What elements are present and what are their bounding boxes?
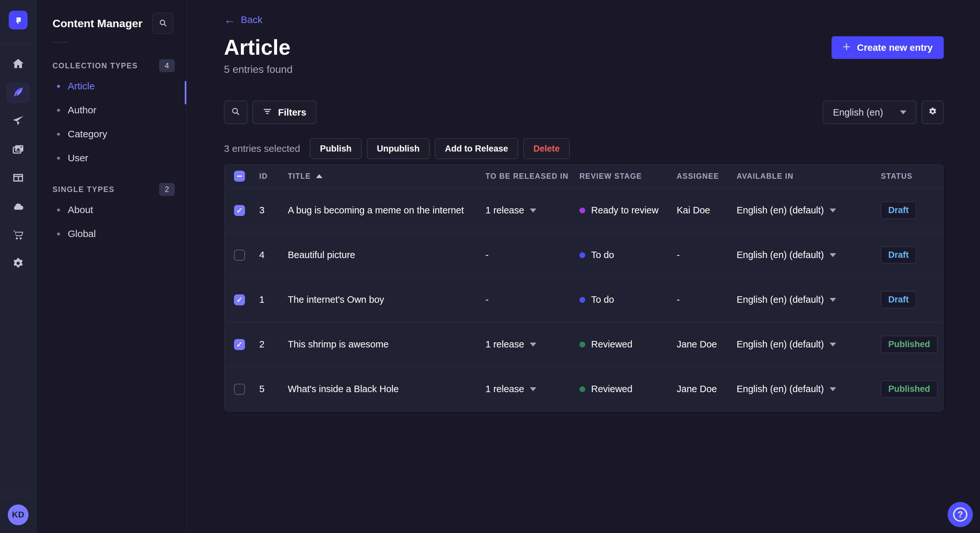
sidebar-item-label: Category — [68, 128, 107, 140]
shopping-cart-icon — [12, 228, 25, 243]
view-settings-button[interactable] — [922, 101, 944, 124]
row-title: The internet's Own boy — [288, 294, 485, 305]
single-types-header: SINGLE TYPES 2 — [37, 181, 186, 198]
row-id: 4 — [259, 250, 288, 260]
search-icon — [159, 19, 167, 29]
create-new-entry-button[interactable]: + Create new entry — [832, 36, 944, 59]
search-icon — [231, 106, 240, 119]
collection-types-section: COLLECTION TYPES 4 Article Author Catego… — [37, 58, 186, 170]
row-checkbox[interactable] — [234, 294, 245, 305]
releases-nav-button[interactable] — [6, 111, 30, 132]
locale-cell-dropdown[interactable]: English (en) (default) — [737, 294, 881, 305]
content-manager-subnav: Content Manager COLLECTION TYPES 4 Artic… — [37, 0, 187, 533]
subnav-search-button[interactable] — [153, 13, 173, 34]
app-window: KD Content Manager COLLECTION TYPES 4 Ar… — [0, 0, 980, 533]
sidebar-item-global[interactable]: Global — [37, 222, 186, 246]
paper-plane-icon — [12, 114, 25, 128]
logo-area — [0, 0, 36, 44]
filters-button[interactable]: Filters — [253, 101, 316, 124]
locale-cell-dropdown[interactable]: English (en) (default) — [737, 339, 881, 350]
bullet-icon — [57, 133, 60, 136]
sidebar-item-article[interactable]: Article — [37, 75, 186, 98]
sidebar-item-user[interactable]: User — [37, 146, 186, 170]
user-avatar[interactable]: KD — [8, 504, 29, 525]
subnav-divider — [52, 42, 68, 43]
sidebar-item-about[interactable]: About — [37, 198, 186, 222]
column-header-review-stage: REVIEW STAGE — [579, 172, 677, 181]
release-value: 1 release — [485, 339, 524, 350]
bulk-actions-bar: 3 entries selected Publish Unpublish Add… — [224, 138, 944, 159]
review-stage-cell: Reviewed — [579, 384, 677, 394]
row-title: This shrimp is awesome — [288, 339, 485, 350]
unpublish-button[interactable]: Unpublish — [367, 138, 430, 159]
row-id: 2 — [259, 339, 288, 350]
create-new-entry-label: Create new entry — [857, 43, 933, 53]
help-button[interactable]: ? — [948, 502, 973, 527]
review-stage-cell: To do — [579, 250, 677, 260]
plus-icon: + — [843, 40, 851, 54]
search-entries-button[interactable] — [224, 101, 247, 124]
delete-button[interactable]: Delete — [523, 138, 570, 159]
stage-value: To do — [591, 250, 614, 260]
settings-nav-button[interactable] — [6, 254, 30, 274]
locale-dropdown[interactable]: English (en) — [823, 101, 916, 124]
table-row[interactable]: 4 Beautiful picture - To do - English (e… — [224, 233, 943, 277]
add-to-release-button[interactable]: Add to Release — [435, 138, 518, 159]
back-link[interactable]: ← Back — [224, 14, 262, 25]
release-dropdown[interactable]: 1 release — [485, 339, 579, 350]
locale-cell-dropdown[interactable]: English (en) (default) — [737, 250, 881, 260]
release-value: 1 release — [485, 384, 524, 394]
chevron-down-icon — [830, 298, 836, 302]
release-dropdown[interactable]: 1 release — [485, 205, 579, 216]
column-header-title[interactable]: TITLE — [288, 172, 485, 181]
row-title: A bug is becoming a meme on the internet — [288, 205, 485, 216]
deploy-nav-button[interactable] — [6, 197, 30, 217]
home-nav-button[interactable] — [6, 54, 30, 75]
content-manager-nav-button[interactable] — [6, 82, 30, 103]
release-dropdown[interactable]: - — [485, 294, 579, 305]
stage-dot-icon — [579, 342, 585, 347]
locale-cell-value: English (en) (default) — [737, 294, 824, 305]
section-label: COLLECTION TYPES — [52, 62, 138, 70]
table-row[interactable]: 1 The internet's Own boy - To do - Engli… — [224, 277, 943, 322]
collection-types-header: COLLECTION TYPES 4 — [37, 58, 186, 74]
main-content: ← Back Article 5 entries found + Create … — [187, 0, 980, 533]
row-title: Beautiful picture — [288, 250, 485, 260]
release-dropdown[interactable]: 1 release — [485, 384, 579, 394]
row-checkbox[interactable] — [234, 250, 245, 261]
select-all-checkbox[interactable] — [234, 171, 245, 182]
marketplace-nav-button[interactable] — [6, 225, 30, 246]
row-checkbox[interactable] — [234, 384, 245, 395]
media-library-nav-button[interactable] — [6, 140, 30, 160]
table-row[interactable]: 5 What's inside a Black Hole 1 release R… — [224, 366, 943, 411]
sidebar-item-category[interactable]: Category — [37, 122, 186, 146]
entries-table: ID TITLE TO BE RELEASED IN REVIEW STAGE … — [224, 164, 944, 412]
content-type-builder-nav-button[interactable] — [6, 168, 30, 189]
locale-cell-dropdown[interactable]: English (en) (default) — [737, 384, 881, 394]
locale-cell-dropdown[interactable]: English (en) (default) — [737, 205, 881, 216]
review-stage-cell: Reviewed — [579, 339, 677, 350]
chevron-down-icon — [900, 110, 907, 114]
row-checkbox[interactable] — [234, 205, 245, 216]
publish-button[interactable]: Publish — [310, 138, 362, 159]
single-types-section: SINGLE TYPES 2 About Global — [37, 181, 186, 246]
layout-card-icon — [12, 171, 25, 186]
column-header-id[interactable]: ID — [259, 172, 288, 181]
column-header-status: STATUS — [881, 172, 943, 181]
sidebar-item-label: Global — [68, 228, 96, 239]
sidebar-item-label: Article — [68, 81, 95, 92]
status-badge: Draft — [881, 246, 916, 263]
release-dropdown[interactable]: - — [485, 250, 579, 260]
gear-icon — [928, 106, 937, 119]
row-checkbox[interactable] — [234, 339, 245, 350]
strapi-logo-icon[interactable] — [9, 11, 27, 30]
home-icon — [12, 57, 25, 71]
sidebar-item-author[interactable]: Author — [37, 98, 186, 122]
table-row[interactable]: 2 This shrimp is awesome 1 release Revie… — [224, 322, 943, 366]
stage-value: Ready to review — [591, 205, 659, 216]
table-row[interactable]: 3 A bug is becoming a meme on the intern… — [224, 188, 943, 233]
chevron-down-icon — [830, 387, 836, 391]
status-badge: Published — [881, 336, 937, 353]
assignee-cell: - — [677, 294, 737, 305]
section-label: SINGLE TYPES — [52, 185, 115, 194]
